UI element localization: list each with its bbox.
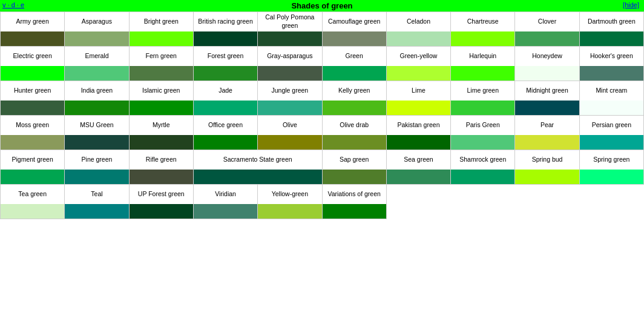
color-label: Office green [194,116,257,135]
color-cell: Shamrock green [451,150,515,185]
color-swatch [130,170,193,184]
color-cell: Olive drab [323,116,387,150]
color-swatch [451,31,514,46]
color-label: Forest green [194,47,257,66]
color-grid: Army greenAsparagusBright greenBritish r… [0,12,644,219]
color-label: Yellow-green [258,185,321,204]
color-label: Rifle green [130,150,193,170]
color-cell: India green [65,81,129,116]
color-label: British racing green [194,12,257,31]
color-cell: Hooker's green [580,47,644,81]
color-swatch [65,101,128,115]
color-swatch [323,170,386,184]
color-swatch [451,135,514,150]
color-swatch [65,66,128,81]
color-cell: Pigment green [1,150,65,185]
color-cell: Islamic green [130,81,194,116]
color-label: UP Forest green [130,185,193,204]
color-label: Hooker's green [580,47,643,66]
color-swatch [515,135,579,150]
color-cell: MSU Green [65,116,129,150]
color-swatch [130,31,193,46]
color-label: Lime [387,81,450,101]
color-swatch [323,31,386,46]
color-label: Variations of green [323,185,386,204]
hide-link[interactable]: [hide] [623,1,639,8]
color-cell: Olive [258,116,322,150]
color-label: Electric green [1,47,64,66]
color-label: Green-yellow [387,47,450,66]
color-cell: Lime [387,81,451,116]
color-cell: Persian green [580,116,644,150]
color-swatch [130,204,193,219]
color-label: Mint cream [580,81,643,101]
color-swatch [258,66,321,81]
color-cell: Electric green [1,47,65,81]
color-label: Bright green [130,12,193,31]
color-label: Green [323,47,386,66]
color-label: Sap green [323,150,386,170]
color-cell: Kelly green [323,81,387,116]
color-swatch [451,66,514,81]
color-cell: UP Forest green [130,185,194,219]
color-cell: Army green [1,12,65,47]
color-cell: Emerald [65,47,129,81]
color-cell: Pine green [65,150,129,185]
color-label: Asparagus [65,12,128,31]
color-label: India green [65,81,128,101]
color-label: Pakistan green [387,116,450,135]
color-cell: Dartmouth green [580,12,644,47]
color-label: Harlequin [451,47,514,66]
color-swatch [194,204,257,219]
color-swatch [130,135,193,150]
color-swatch [580,135,643,150]
color-cell: Camouflage green [323,12,387,47]
color-cell: Sacramento State green [194,150,323,185]
color-swatch [387,101,450,115]
color-cell: Green [323,47,387,81]
color-swatch [258,135,321,150]
color-cell: Hunter green [1,81,65,116]
color-swatch [1,101,64,115]
color-swatch [194,170,322,184]
color-label: Celadon [387,12,450,31]
color-cell: Teal [65,185,129,219]
color-cell: Cal Poly Pomona green [258,12,322,47]
color-cell: Myrtle [130,116,194,150]
color-swatch [130,101,193,115]
color-swatch [451,170,514,184]
color-cell: Office green [194,116,258,150]
color-cell: Viridian [194,185,258,219]
color-swatch [323,204,386,219]
color-label: Clover [515,12,579,31]
color-swatch [1,66,64,81]
color-label: Camouflage green [323,12,386,31]
color-swatch [515,66,579,81]
color-swatch [1,204,64,219]
color-label: Jungle green [258,81,321,101]
color-label: Myrtle [130,116,193,135]
color-label: Sacramento State green [194,150,322,170]
color-swatch [258,204,321,219]
vde-link[interactable]: v · d · e [2,1,24,8]
color-swatch [515,170,579,184]
color-label: Gray-asparagus [258,47,321,66]
color-label: Persian green [580,116,643,135]
color-cell: Clover [515,12,579,47]
color-cell: Spring green [580,150,644,185]
color-cell: Moss green [1,116,65,150]
color-swatch [194,135,257,150]
color-label: Honeydew [515,47,579,66]
color-swatch [323,135,386,150]
color-cell: Paris Green [451,116,515,150]
color-swatch [65,31,128,46]
color-label: Shamrock green [451,150,514,170]
color-label: Dartmouth green [580,12,643,31]
color-cell: Spring bud [515,150,579,185]
color-cell: Jade [194,81,258,116]
color-cell: Forest green [194,47,258,81]
color-cell: Harlequin [451,47,515,81]
color-swatch [258,101,321,115]
color-cell: Bright green [130,12,194,47]
color-swatch [65,135,128,150]
